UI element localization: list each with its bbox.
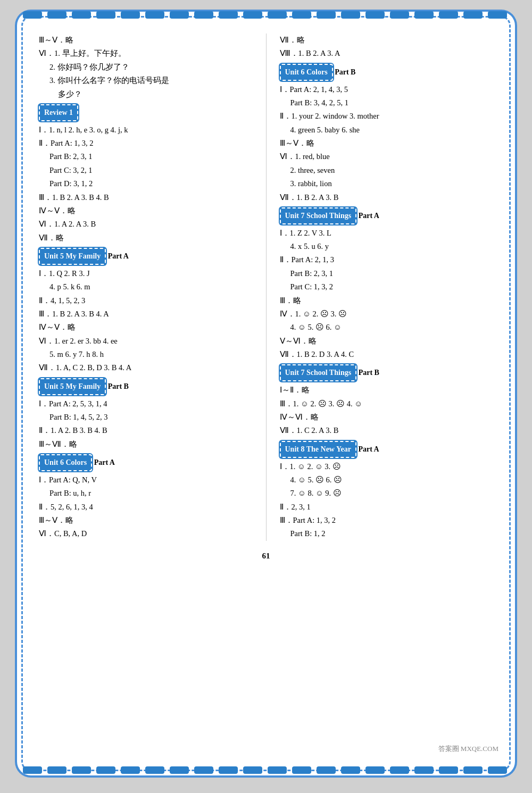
left-column: Ⅲ～Ⅴ．略Ⅵ．1. 早上好。下午好。2. 你好吗？你几岁了？3. 你叫什么名字？… [39, 34, 253, 541]
content-line: Ⅲ．略 [280, 294, 494, 307]
unit-badge-row: Unit 5 My Family Part B [39, 378, 253, 396]
content-line: Ⅶ．略 [280, 34, 494, 47]
unit-badge: Unit 5 My Family [39, 248, 106, 265]
content-line: Part B: 1, 4, 5, 2, 3 [39, 411, 253, 424]
unit-badge-row: Unit 6 Colors Part A [39, 454, 253, 472]
content-line: Ⅲ～Ⅴ．略 [39, 514, 253, 527]
content-line: 4. x 5. u 6. y [280, 240, 494, 253]
unit-badge-row: Unit 7 School Things Part B [280, 364, 494, 382]
unit-badge-row: Review 1 [39, 104, 253, 122]
part-label: Part A [356, 445, 379, 453]
unit-badge-row: Unit 6 Colors Part B [280, 64, 494, 82]
content-line: Ⅰ．Part A: 2, 5, 3, 1, 4 [39, 397, 253, 411]
content-line: Part B: 3, 4, 2, 5, 1 [280, 96, 494, 110]
content-line: 4. ☺ 5. ☹ 6. ☺ [280, 321, 494, 334]
content-line: Part B: u, h, r [39, 487, 253, 500]
content-line: Ⅷ．1. B 2. A 3. A [280, 47, 494, 60]
content-line: Part B: 2, 3, 1 [280, 267, 494, 280]
main-page: Ⅲ～Ⅴ．略Ⅵ．1. 早上好。下午好。2. 你好吗？你几岁了？3. 你叫什么名字？… [21, 16, 511, 771]
content-line: Ⅱ．4, 1, 5, 2, 3 [39, 294, 253, 307]
content-line: Ⅳ～Ⅴ．略 [39, 204, 253, 218]
content-line: Ⅰ．1. n, l 2. h, e 3. o, g 4. j, k [39, 123, 253, 137]
content-line: 2. 你好吗？你几岁了？ [39, 61, 253, 74]
content-line: Ⅲ～Ⅴ．略 [39, 34, 253, 47]
content-line: Ⅰ．Part A: Q, N, V [39, 473, 253, 487]
content-line: Ⅱ．1. your 2. window 3. mother [280, 110, 494, 123]
right-column: Ⅶ．略Ⅷ．1. B 2. A 3. AUnit 6 Colors Part BⅠ… [280, 34, 494, 541]
top-deco [23, 11, 509, 21]
content-line: Ⅰ．1. Q 2. R 3. J [39, 267, 253, 280]
content-line: Ⅰ～Ⅱ．略 [280, 383, 494, 397]
content-line: Ⅰ．1. ☺ 2. ☺ 3. ☹ [280, 460, 494, 473]
part-label: Part B [106, 382, 129, 390]
content-line: Ⅶ．略 [39, 231, 253, 245]
watermark: 答案圈 MXQE.COM [438, 744, 498, 754]
content-line: Ⅵ．1. er 2. er 3. bb 4. ee [39, 335, 253, 348]
unit-badge: Unit 6 Colors [280, 64, 333, 81]
content-line: Ⅳ～Ⅴ．略 [39, 321, 253, 334]
part-label: Part A [92, 458, 115, 466]
content-line: Ⅲ～Ⅴ．略 [280, 137, 494, 150]
content-line: Ⅳ．1. ☺ 2. ☹ 3. ☹ [280, 307, 494, 321]
content-line: Ⅱ．2, 3, 1 [280, 500, 494, 514]
content-line: Ⅰ．Part A: 2, 1, 4, 3, 5 [280, 83, 494, 96]
unit-badge-row: Unit 8 The New Year Part A [280, 441, 494, 459]
content-line: Ⅲ．1. ☺ 2. ☹ 3. ☹ 4. ☺ [280, 397, 494, 411]
unit-badge: Review 1 [39, 104, 78, 121]
content-line: Part B: 2, 3, 1 [39, 150, 253, 163]
content-line: Ⅶ．1. C 2. A 3. B [280, 424, 494, 437]
content-line: Ⅱ．Part A: 2, 1, 3 [280, 253, 494, 266]
content-line: Part B: 1, 2 [280, 527, 494, 540]
content-line: 4. green 5. baby 6. she [280, 123, 494, 137]
unit-badge-row: Unit 7 School Things Part A [280, 207, 494, 226]
content-line: Ⅵ．C, B, A, D [39, 527, 253, 540]
content-line: Part C: 3, 2, 1 [39, 164, 253, 177]
content-line: Ⅲ．1. B 2. A 3. B 4. B [39, 191, 253, 204]
part-label: Part A [356, 212, 379, 220]
content-line: 4. ☺ 5. ☹ 6. ☹ [280, 473, 494, 487]
content-line: 2. three, seven [280, 164, 494, 177]
content-line: 3. rabbit, lion [280, 177, 494, 190]
content-line: Ⅶ．1. B 2. D 3. A 4. C [280, 348, 494, 361]
content-line: Ⅴ～Ⅵ．略 [280, 335, 494, 348]
content-line: Ⅱ．5, 2, 6, 1, 3, 4 [39, 500, 253, 514]
content-line: Part C: 1, 3, 2 [280, 280, 494, 294]
content-line: 多少？ [39, 88, 253, 101]
content-line: 5. m 6. y 7. h 8. h [39, 348, 253, 361]
content-line: Part D: 3, 1, 2 [39, 177, 253, 190]
content-line: Ⅲ．Part A: 1, 3, 2 [280, 514, 494, 527]
content-line: Ⅲ．1. B 2. A 3. B 4. A [39, 307, 253, 321]
content-line: Ⅵ．1. red, blue [280, 150, 494, 163]
content-line: Ⅶ．1. B 2. A 3. B [280, 191, 494, 204]
content-line: Ⅰ．1. Z 2. V 3. L [280, 227, 494, 240]
content-line: 7. ☺ 8. ☺ 9. ☹ [280, 487, 494, 500]
bottom-deco [23, 766, 509, 776]
content-line: 4. p 5. k 6. m [39, 280, 253, 294]
column-divider [266, 34, 267, 541]
unit-badge-row: Unit 5 My Family Part A [39, 248, 253, 266]
page-number: 61 [39, 552, 493, 561]
part-label: Part B [356, 369, 379, 377]
part-label: Part B [333, 68, 356, 76]
unit-badge: Unit 7 School Things [280, 364, 357, 381]
unit-badge: Unit 7 School Things [280, 207, 357, 224]
content-line: Ⅵ．1. A 2. A 3. B [39, 218, 253, 231]
content-line: 3. 你叫什么名字？你的电话号码是 [39, 74, 253, 87]
content-line: Ⅳ～Ⅵ．略 [280, 411, 494, 424]
unit-badge: Unit 8 The New Year [280, 441, 356, 458]
content-line: Ⅲ～Ⅶ．略 [39, 438, 253, 451]
unit-badge: Unit 6 Colors [39, 454, 92, 471]
content-line: Ⅶ．1. A, C 2. B, D 3. B 4. A [39, 361, 253, 374]
content-line: Ⅵ．1. 早上好。下午好。 [39, 47, 253, 60]
content-line: Ⅱ．1. A 2. B 3. B 4. B [39, 424, 253, 437]
unit-badge: Unit 5 My Family [39, 378, 106, 395]
content-line: Ⅱ．Part A: 1, 3, 2 [39, 137, 253, 150]
content-columns: Ⅲ～Ⅴ．略Ⅵ．1. 早上好。下午好。2. 你好吗？你几岁了？3. 你叫什么名字？… [39, 34, 493, 541]
part-label: Part A [106, 252, 129, 260]
